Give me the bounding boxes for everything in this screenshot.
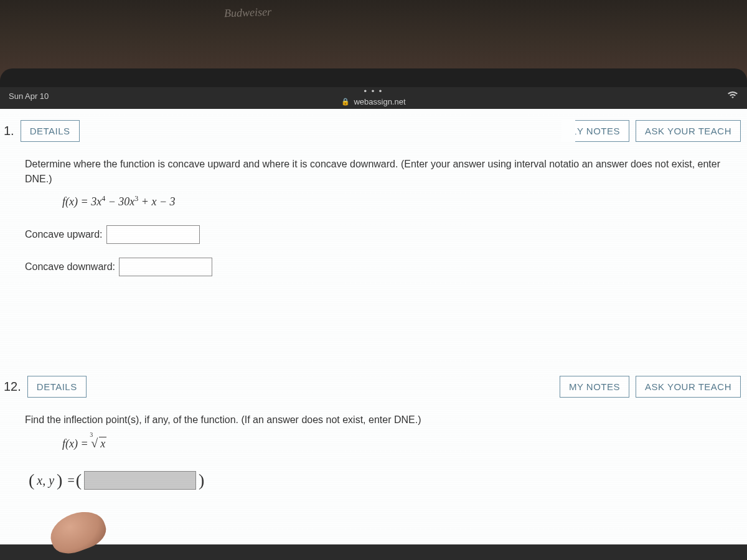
question-12-header: 12. DETAILS MY NOTES ASK YOUR TEACH xyxy=(6,376,741,398)
my-notes-button[interactable]: 1Y NOTES xyxy=(562,120,629,142)
question-12-number: 12. xyxy=(4,380,21,394)
my-notes-button[interactable]: MY NOTES xyxy=(560,376,629,398)
wifi-icon xyxy=(727,91,738,101)
question-12: 12. DETAILS MY NOTES ASK YOUR TEACH Find… xyxy=(0,365,747,512)
tablet-device: Sun Apr 10 • • • 🔒 webassign.net 1. DETA… xyxy=(0,68,747,560)
open-paren: ( xyxy=(29,467,34,493)
question-gap xyxy=(0,309,747,365)
concave-downward-input[interactable] xyxy=(119,258,212,276)
url-text[interactable]: webassign.net xyxy=(354,97,405,106)
finger-occlusion xyxy=(45,505,110,559)
xy-label: x, y xyxy=(37,471,54,490)
concave-upward-input[interactable] xyxy=(106,225,200,244)
close-paren: ) xyxy=(199,467,204,493)
status-time: Sun Apr 10 xyxy=(9,91,49,101)
question-1-formula: f(x) = 3x4 − 30x3 + x − 3 xyxy=(62,193,728,210)
ask-teacher-button[interactable]: ASK YOUR TEACH xyxy=(636,120,741,142)
concave-upward-label: Concave upward: xyxy=(25,227,103,242)
beer-label-text: Budweiser xyxy=(224,6,272,21)
inflection-point-input[interactable] xyxy=(84,471,196,490)
question-1: 1. DETAILS 1Y NOTES ASK YOUR TEACH Deter… xyxy=(0,109,747,309)
concave-upward-row: Concave upward: xyxy=(25,225,728,244)
question-12-body: Find the inflection point(s), if any, of… xyxy=(6,413,741,512)
status-bar: Sun Apr 10 • • • 🔒 webassign.net xyxy=(0,87,747,105)
question-1-body: Determine where the function is concave … xyxy=(6,157,741,309)
cuberoot-expression: 3 √x xyxy=(91,434,106,452)
close-paren-left: ) xyxy=(57,467,62,493)
question-1-number: 1. xyxy=(4,124,14,138)
browser-viewport: 1. DETAILS 1Y NOTES ASK YOUR TEACH Deter… xyxy=(0,109,747,544)
concave-downward-row: Concave downward: xyxy=(25,258,728,276)
status-center: • • • 🔒 webassign.net xyxy=(341,86,405,106)
question-1-header: 1. DETAILS 1Y NOTES ASK YOUR TEACH xyxy=(6,120,741,142)
ask-teacher-button[interactable]: ASK YOUR TEACH xyxy=(636,376,741,398)
root-radicand: x xyxy=(99,437,106,450)
inflection-point-row: ( x, y ) = ( ) xyxy=(29,467,728,493)
lock-icon: 🔒 xyxy=(341,98,350,106)
details-button[interactable]: DETAILS xyxy=(21,120,80,142)
tab-switcher-dots[interactable]: • • • xyxy=(341,86,405,96)
details-button[interactable]: DETAILS xyxy=(27,376,87,398)
concave-downward-label: Concave downward: xyxy=(25,259,115,274)
question-12-instruction: Find the inflection point(s), if any, of… xyxy=(25,413,728,427)
root-index: 3 xyxy=(90,430,93,439)
question-1-instruction: Determine where the function is concave … xyxy=(25,157,728,187)
open-paren-2: ( xyxy=(76,467,82,493)
equals-open: = xyxy=(67,471,74,490)
question-12-formula: f(x) = 3 √x xyxy=(62,434,728,452)
